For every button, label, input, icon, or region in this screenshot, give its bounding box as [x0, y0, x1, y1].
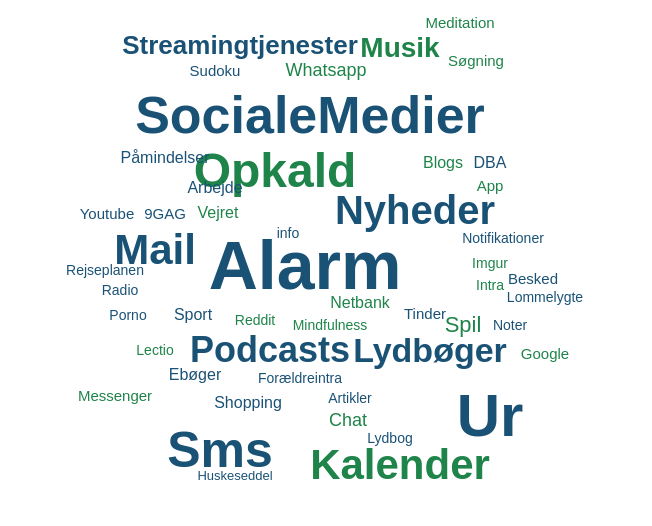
- word-item: Arbejde: [187, 179, 242, 197]
- word-item: Blogs: [423, 154, 463, 172]
- word-item: Messenger: [78, 387, 152, 404]
- word-item: Tinder: [404, 305, 446, 322]
- word-item: Meditation: [425, 14, 494, 31]
- word-item: Chat: [329, 410, 367, 431]
- word-item: Notifikationer: [462, 230, 544, 246]
- word-item: SocialeMedier: [135, 85, 485, 145]
- word-item: Søgning: [448, 52, 504, 69]
- word-item: Spil: [445, 312, 482, 338]
- word-item: Podcasts: [190, 329, 350, 371]
- word-item: Netbank: [330, 294, 390, 312]
- word-item: Artikler: [328, 390, 372, 406]
- word-item: Whatsapp: [285, 60, 366, 81]
- word-item: Nyheder: [335, 188, 495, 233]
- word-item: Påmindelser: [121, 149, 210, 167]
- word-item: Musik: [360, 32, 439, 64]
- word-item: Ebøger: [169, 366, 221, 384]
- word-item: Vejret: [198, 204, 239, 222]
- word-item: Sport: [174, 306, 212, 324]
- word-item: Youtube: [80, 205, 135, 222]
- word-item: Lydbøger: [353, 331, 507, 370]
- word-item: Reddit: [235, 312, 275, 328]
- word-item: Streamingtjenester: [122, 30, 358, 61]
- word-item: Besked: [508, 270, 558, 287]
- word-item: Radio: [102, 282, 139, 298]
- word-item: Ur: [457, 381, 524, 450]
- word-cloud: SocialeMedierAlarmOpkaldNyhederUrSmsKale…: [0, 0, 652, 526]
- word-item: Alarm: [209, 226, 402, 304]
- word-item: Lydbog: [367, 430, 412, 446]
- word-item: Mindfulness: [293, 317, 368, 333]
- word-item: Imgur: [472, 255, 508, 271]
- word-item: DBA: [474, 154, 507, 172]
- word-item: 9GAG: [144, 205, 186, 222]
- word-item: Intra: [476, 277, 504, 293]
- word-item: App: [477, 177, 504, 194]
- word-item: Noter: [493, 317, 527, 333]
- word-item: Porno: [109, 307, 146, 323]
- word-item: Sudoku: [190, 62, 241, 79]
- word-item: Kalender: [310, 441, 490, 489]
- word-item: Shopping: [214, 394, 282, 412]
- word-item: Google: [521, 345, 569, 362]
- word-item: Forældreintra: [258, 370, 342, 386]
- word-item: Lectio: [136, 342, 173, 358]
- word-item: Lommelygte: [507, 289, 583, 305]
- word-item: Huskeseddel: [197, 468, 272, 483]
- word-item: info: [277, 225, 300, 241]
- word-item: Rejseplanen: [66, 262, 144, 278]
